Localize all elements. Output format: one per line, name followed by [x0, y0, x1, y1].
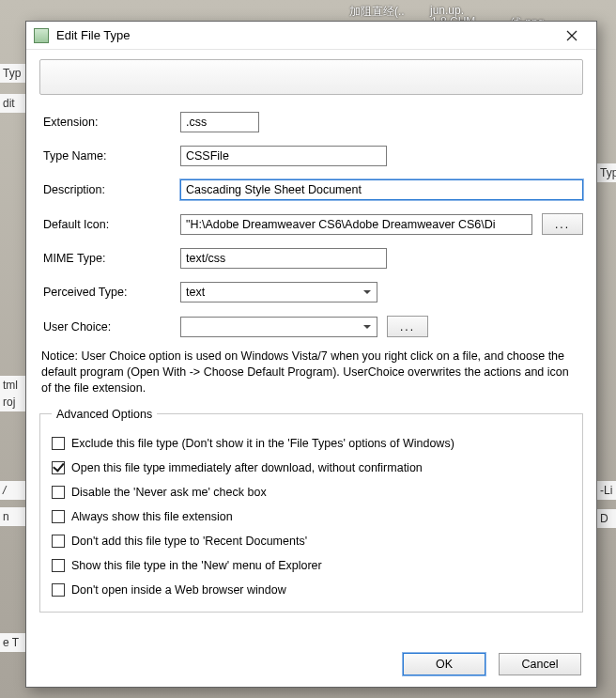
checkbox-label: Disable the 'Never ask me' check box [71, 486, 267, 499]
checkbox-label: Show this file type in the 'New' menu of… [71, 559, 322, 572]
dialog-footer: OK Cancel [39, 642, 583, 675]
titlebar: Edit File Type [26, 22, 596, 50]
type-name-input[interactable] [180, 146, 387, 166]
checkbox-label: Don't add this file type to 'Recent Docu… [71, 535, 307, 548]
description-label: Description: [39, 183, 180, 196]
default-icon-browse-button[interactable]: ... [542, 213, 583, 235]
user-choice-label: User Choice: [39, 320, 180, 333]
advanced-options-legend: Advanced Options [52, 408, 157, 421]
header-banner [39, 59, 583, 95]
checkbox-icon [52, 535, 65, 548]
cancel-button[interactable]: Cancel [499, 653, 581, 675]
advanced-options-group: Advanced Options Exclude this file type … [39, 408, 583, 613]
mime-type-label: MIME Type: [39, 252, 180, 265]
checkbox-label: Don't open inside a Web browser window [71, 583, 286, 597]
checkbox-icon [52, 559, 65, 572]
close-icon [566, 30, 578, 41]
perceived-type-combo[interactable]: text [180, 282, 377, 302]
type-name-label: Type Name: [39, 149, 180, 163]
extension-label: Extension: [39, 116, 180, 129]
dialog-body: Extension: Type Name: Description: Defau… [26, 50, 596, 687]
user-choice-browse-button[interactable]: ... [387, 316, 428, 337]
checkbox-label: Exclude this file type (Don't show it in… [71, 437, 454, 450]
checkbox-label: Open this file type immediately after do… [71, 461, 423, 474]
mime-type-input[interactable] [180, 248, 387, 269]
checkbox-icon [52, 510, 65, 523]
advanced-checkbox-2[interactable]: Disable the 'Never ask me' check box [52, 486, 571, 499]
checkbox-icon [52, 461, 65, 474]
extension-input[interactable] [180, 112, 259, 132]
advanced-checkbox-1[interactable]: Open this file type immediately after do… [52, 461, 571, 474]
notice-text: Notice: User Choice option is used on Wi… [41, 349, 581, 396]
perceived-type-value: text [186, 286, 205, 299]
window-title: Edit File Type [56, 28, 553, 42]
app-icon [34, 28, 49, 43]
default-icon-input[interactable] [180, 214, 532, 235]
checkbox-icon [52, 583, 65, 597]
advanced-checkbox-4[interactable]: Don't add this file type to 'Recent Docu… [52, 535, 571, 548]
checkbox-label: Always show this file extension [71, 510, 233, 523]
advanced-checkbox-6[interactable]: Don't open inside a Web browser window [52, 583, 571, 597]
perceived-type-label: Perceived Type: [39, 286, 180, 299]
advanced-checkbox-3[interactable]: Always show this file extension [52, 510, 571, 523]
default-icon-label: Default Icon: [39, 218, 180, 231]
advanced-checkbox-5[interactable]: Show this file type in the 'New' menu of… [52, 559, 571, 572]
advanced-checkbox-0[interactable]: Exclude this file type (Don't show it in… [52, 437, 571, 450]
ok-button[interactable]: OK [403, 653, 485, 675]
checkbox-icon [52, 437, 65, 450]
close-button[interactable] [553, 23, 591, 48]
checkbox-icon [52, 486, 65, 499]
description-input[interactable] [180, 179, 583, 200]
edit-file-type-dialog: Edit File Type Extension: Type Name: Des… [25, 21, 597, 688]
user-choice-combo[interactable] [180, 317, 377, 337]
